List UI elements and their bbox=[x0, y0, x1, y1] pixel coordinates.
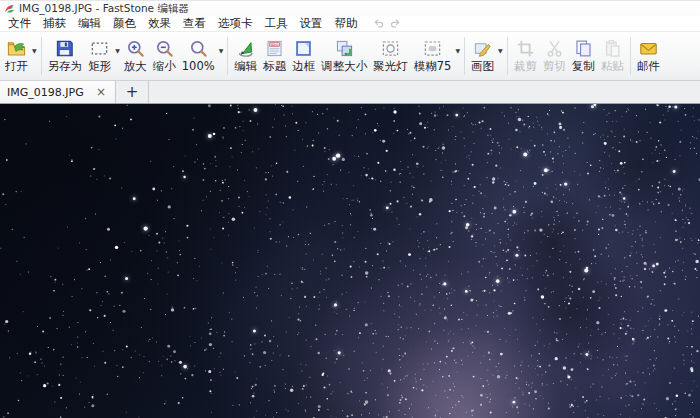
toolbar-button-label: 放大 bbox=[124, 60, 147, 72]
toolbar-button-label: 画图 bbox=[471, 60, 494, 72]
toolbar-button-label: 缩小 bbox=[153, 60, 176, 72]
crop-icon bbox=[516, 39, 535, 58]
toolbar-button-crop[interactable]: 裁剪 bbox=[511, 32, 540, 80]
toolbar-separator bbox=[227, 37, 228, 75]
redo-icon[interactable] bbox=[389, 17, 402, 30]
toolbar-button-draw[interactable]: 画图 bbox=[468, 32, 497, 80]
tab-img-0198[interactable]: IMG_0198.JPG × bbox=[0, 81, 116, 103]
toolbar-button-label: 矩形 bbox=[88, 60, 111, 72]
toolbar-button-zoom-100[interactable]: 100% bbox=[179, 32, 218, 80]
toolbar-button-zoom-out[interactable]: 缩小 bbox=[150, 32, 179, 80]
toolbar-button-label: 复制 bbox=[572, 60, 595, 72]
zoom-in-icon bbox=[126, 39, 145, 58]
toolbar-button-label: 另存为 bbox=[48, 60, 83, 72]
toolbar-button-edit[interactable]: 编辑 bbox=[231, 32, 260, 80]
toolbar-button-label: 100% bbox=[182, 60, 215, 72]
toolbar-button-label: 标题 bbox=[263, 60, 286, 72]
toolbar-button-label: 邮件 bbox=[637, 60, 660, 72]
toolbar-button-zoom-in[interactable]: 放大 bbox=[121, 32, 150, 80]
toolbar-button-cut[interactable]: 剪切 bbox=[540, 32, 569, 80]
toolbar-button-label: 边框 bbox=[292, 60, 315, 72]
paste-icon bbox=[603, 39, 622, 58]
image-area bbox=[0, 104, 700, 418]
blur-dropdown-caret[interactable]: ▼ bbox=[454, 20, 461, 80]
toolbar-button-paste[interactable]: 粘贴 bbox=[598, 32, 627, 80]
toolbar-button-title[interactable]: BDO标题 bbox=[260, 32, 289, 80]
resize-icon bbox=[335, 39, 354, 58]
menu-item-edit[interactable]: 编辑 bbox=[72, 16, 107, 31]
app-window: IMG_0198.JPG - FastStone 编辑器 文件捕获编辑颜色效果查… bbox=[0, 0, 700, 418]
zoom-100-icon bbox=[189, 39, 208, 58]
toolbar-button-label: 剪切 bbox=[543, 60, 566, 72]
toolbar-button-border[interactable]: 边框 bbox=[289, 32, 318, 80]
toolbar-separator bbox=[464, 37, 465, 75]
toolbar-button-label: 调整大小 bbox=[321, 60, 367, 72]
zoom-100-dropdown-caret[interactable]: ▼ bbox=[218, 20, 225, 80]
menu-item-colors[interactable]: 颜色 bbox=[107, 16, 142, 31]
tab-label: IMG_0198.JPG bbox=[7, 86, 84, 99]
toolbar-separator bbox=[41, 37, 42, 75]
menu-item-help[interactable]: 帮助 bbox=[329, 16, 364, 31]
menu-item-capture[interactable]: 捕获 bbox=[37, 16, 72, 31]
window-title: IMG_0198.JPG - FastStone 编辑器 bbox=[19, 2, 189, 16]
toolbar-separator bbox=[630, 37, 631, 75]
toolbar-button-label: 编辑 bbox=[234, 60, 257, 72]
menu-item-view[interactable]: 查看 bbox=[177, 16, 212, 31]
zoom-out-icon bbox=[155, 39, 174, 58]
copy-icon bbox=[574, 39, 593, 58]
toolbar-button-open[interactable]: 打开 bbox=[2, 32, 31, 80]
menu-items: 文件捕获编辑颜色效果查看选项卡工具设置帮助 bbox=[2, 16, 364, 31]
spotlight-icon bbox=[381, 39, 400, 58]
toolbar-button-mail[interactable]: 邮件 bbox=[634, 32, 663, 80]
toolbar-button-spotlight[interactable]: 聚光灯 bbox=[370, 32, 411, 80]
history-buttons bbox=[372, 17, 402, 30]
toolbar-button-label: 打开 bbox=[5, 60, 28, 72]
scissors-icon bbox=[545, 39, 564, 58]
toolbar-button-save-as[interactable]: 另存为 bbox=[45, 32, 86, 80]
toolbar-button-copy[interactable]: 复制 bbox=[569, 32, 598, 80]
main-toolbar: 打开▼另存为矩形▼放大缩小100%▼编辑BDO标题边框调整大小聚光灯模糊75▼画… bbox=[0, 31, 700, 81]
save-floppy-icon bbox=[55, 39, 74, 58]
toolbar-button-label: 聚光灯 bbox=[373, 60, 408, 72]
tab-close-icon[interactable]: × bbox=[94, 86, 108, 98]
svg-text:BDO: BDO bbox=[271, 43, 279, 47]
toolbar-button-resize[interactable]: 调整大小 bbox=[318, 32, 370, 80]
title-doc-icon: BDO bbox=[265, 39, 284, 58]
toolbar-button-label: 粘贴 bbox=[601, 60, 624, 72]
image-canvas[interactable] bbox=[0, 104, 700, 418]
title-bar: IMG_0198.JPG - FastStone 编辑器 bbox=[0, 1, 700, 16]
edit-icon bbox=[236, 39, 255, 58]
mail-icon bbox=[639, 39, 658, 58]
rect-select-icon bbox=[90, 39, 109, 58]
menu-item-effects[interactable]: 效果 bbox=[142, 16, 177, 31]
rect-dropdown-caret[interactable]: ▼ bbox=[114, 20, 121, 80]
open-dropdown-caret[interactable]: ▼ bbox=[31, 20, 38, 80]
faststone-logo-icon bbox=[4, 3, 15, 14]
menu-item-settings[interactable]: 设置 bbox=[294, 16, 329, 31]
toolbar-button-label: 裁剪 bbox=[514, 60, 537, 72]
menu-bar: 文件捕获编辑颜色效果查看选项卡工具设置帮助 bbox=[0, 16, 700, 31]
tab-bar: IMG_0198.JPG × + bbox=[0, 81, 700, 104]
add-tab-button[interactable]: + bbox=[116, 81, 149, 103]
undo-icon[interactable] bbox=[372, 17, 385, 30]
draw-icon bbox=[473, 39, 492, 58]
open-folder-icon bbox=[7, 39, 26, 58]
toolbar-button-rect[interactable]: 矩形 bbox=[85, 32, 114, 80]
border-icon bbox=[294, 39, 313, 58]
toolbar-separator bbox=[507, 37, 508, 75]
menu-item-tools[interactable]: 工具 bbox=[259, 16, 294, 31]
toolbar-button-label: 模糊75 bbox=[414, 60, 452, 72]
blur-icon bbox=[423, 39, 442, 58]
draw-dropdown-caret[interactable]: ▼ bbox=[497, 20, 504, 80]
toolbar-button-blur[interactable]: 模糊75 bbox=[411, 32, 455, 80]
